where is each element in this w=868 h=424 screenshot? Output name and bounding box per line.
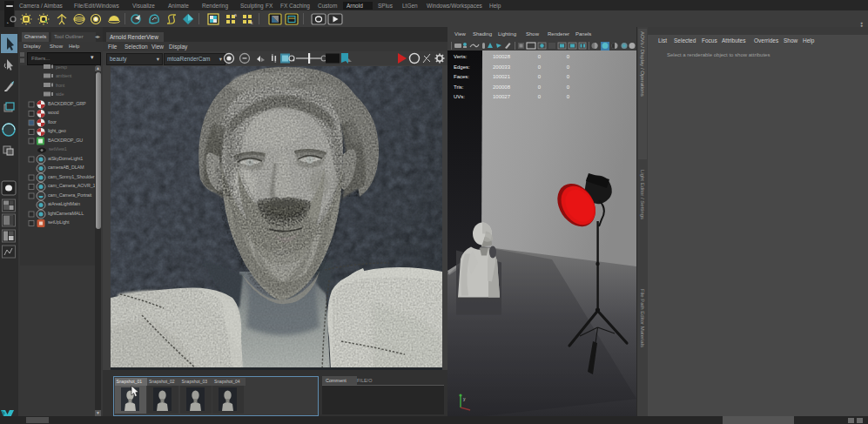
svg-text:200033: 200033: [493, 64, 511, 70]
svg-text:200008: 200008: [493, 84, 511, 90]
svg-text:Tris:: Tris:: [454, 84, 464, 90]
svg-text:100027: 100027: [493, 94, 511, 99]
svg-text:Verts:: Verts:: [454, 54, 468, 59]
svg-text:Faces:: Faces:: [454, 74, 469, 79]
svg-text:100028: 100028: [493, 54, 511, 59]
svg-text:UVs:: UVs:: [454, 94, 465, 99]
svg-text:k: k: [251, 20, 253, 25]
svg-text:a: a: [234, 12, 237, 17]
svg-text:100021: 100021: [493, 74, 511, 79]
svg-text:Edges:: Edges:: [454, 64, 470, 70]
